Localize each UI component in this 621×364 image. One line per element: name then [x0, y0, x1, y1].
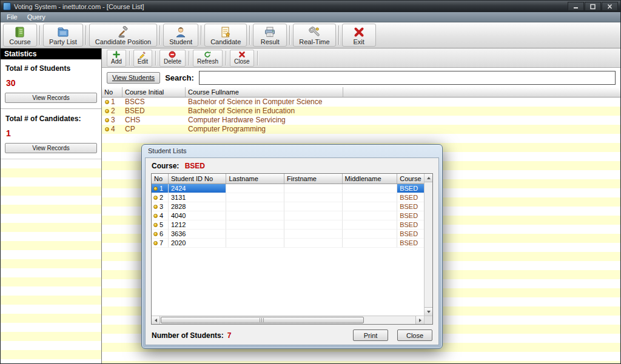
- arrow-left-icon: [155, 319, 157, 322]
- scroll-down-button[interactable]: [425, 307, 432, 316]
- column-header-course-fullname[interactable]: Course Fullname: [186, 87, 343, 97]
- minimize-icon: [572, 4, 579, 10]
- column-header-no[interactable]: No: [102, 87, 123, 97]
- actionbar-separator: [226, 51, 227, 65]
- toolbar-candidate-button[interactable]: Candidate: [204, 24, 247, 47]
- course-fullname: Bachelor of Science in Computer Science: [186, 98, 343, 107]
- student-row[interactable]: 6 3636 BSED: [152, 230, 424, 239]
- student-course: BSED: [397, 220, 424, 230]
- search-input[interactable]: [199, 71, 616, 85]
- course-initial: BSCS: [123, 98, 186, 107]
- toolbar-party-list-button[interactable]: Party List: [43, 24, 83, 47]
- column-header-lastname[interactable]: Lastname: [226, 174, 284, 184]
- student-firstname: [284, 184, 343, 193]
- candidate-icon: [220, 26, 232, 38]
- horizontal-scrollbar-thumb[interactable]: [161, 317, 364, 323]
- student-course: BSED: [397, 211, 424, 220]
- student-row[interactable]: 2 3131 BSED: [152, 193, 424, 202]
- toolbar-separator: [159, 25, 161, 45]
- actionbar-separator: [129, 51, 130, 65]
- menu-file[interactable]: File: [7, 13, 18, 21]
- student-row[interactable]: 4 4040 BSED: [152, 211, 424, 220]
- refresh-button[interactable]: Refresh: [193, 50, 223, 67]
- add-icon: [113, 51, 120, 58]
- student-lastname: [226, 193, 284, 202]
- edit-button[interactable]: Edit: [133, 50, 152, 67]
- dialog-title[interactable]: Student Lists: [142, 145, 442, 157]
- titlebar: Voting System - inettutor.com - [Course …: [1, 1, 620, 12]
- toolbar-separator: [39, 25, 41, 45]
- view-candidate-records-button[interactable]: View Records: [5, 143, 97, 153]
- scroll-left-button[interactable]: [152, 316, 160, 324]
- view-student-records-button[interactable]: View Records: [5, 93, 97, 103]
- toolbar-exit-button[interactable]: Exit: [342, 24, 376, 47]
- course-row[interactable]: 1 BSCS Bachelor of Science in Computer S…: [102, 98, 620, 107]
- toolbar-candidate-position-button[interactable]: Candidate Position: [89, 24, 157, 47]
- student-id: 3131: [169, 193, 227, 202]
- column-header-middlename[interactable]: Middlename: [343, 174, 398, 184]
- horizontal-scrollbar[interactable]: [152, 316, 424, 324]
- refresh-icon: [204, 51, 211, 58]
- menubar: File Query: [1, 12, 620, 22]
- student-id: 2020: [169, 239, 227, 248]
- delete-icon: [169, 51, 176, 58]
- total-candidates-count: 1: [1, 123, 101, 141]
- toolbar-button-label: Course: [9, 38, 30, 45]
- student-row[interactable]: 7 2020 BSED: [152, 239, 424, 248]
- student-row[interactable]: 1 2424 BSED: [152, 184, 424, 193]
- column-header-firstname[interactable]: Firstname: [284, 174, 343, 184]
- row-bullet-icon: [153, 187, 158, 191]
- column-header-course[interactable]: Course: [397, 174, 424, 184]
- student-no: 6: [159, 230, 163, 239]
- course-initial: BSED: [123, 107, 186, 116]
- column-header-blank: [343, 87, 620, 97]
- toolbar-separator: [249, 25, 250, 45]
- course-row[interactable]: 3 CHS Computer Hardware Servicing: [102, 116, 620, 125]
- column-header-student-id[interactable]: Student ID No: [169, 174, 227, 184]
- result-icon: [264, 26, 276, 38]
- print-button[interactable]: Print: [353, 329, 388, 341]
- student-table-empty-area: [152, 248, 424, 316]
- vertical-scrollbar[interactable]: [424, 174, 432, 324]
- course-no: 3: [111, 116, 115, 125]
- student-firstname: [284, 239, 343, 248]
- student-middlename: [343, 193, 398, 202]
- dialog-close-button[interactable]: Close: [397, 329, 432, 341]
- course-row[interactable]: 2 BSED Bachelor of Science in Education: [102, 107, 620, 116]
- column-header-course-initial[interactable]: Course Initial: [123, 87, 186, 97]
- student-row[interactable]: 3 2828 BSED: [152, 202, 424, 211]
- scroll-right-button[interactable]: [415, 316, 424, 324]
- view-students-button[interactable]: View Students: [107, 72, 160, 84]
- toolbar-real-time-button[interactable]: Real-Time: [293, 24, 335, 47]
- student-lastname: [226, 202, 284, 211]
- close-button[interactable]: [602, 2, 618, 11]
- student-id: 4040: [169, 211, 227, 220]
- sidebar-striped-filler: [1, 159, 101, 363]
- menu-query[interactable]: Query: [27, 13, 45, 21]
- minimize-button[interactable]: [568, 2, 584, 11]
- toolbar-button-label: Candidate Position: [95, 38, 151, 45]
- edit-icon: [139, 51, 146, 58]
- student-lastname: [226, 230, 284, 239]
- maximize-button[interactable]: [585, 2, 601, 11]
- toolbar-course-button[interactable]: Course: [3, 24, 37, 47]
- total-students-count: 30: [1, 73, 101, 91]
- course-label: Course:: [152, 162, 179, 170]
- total-candidates-label: Total # of Candidates:: [1, 110, 101, 123]
- close-list-button[interactable]: Close: [230, 50, 254, 67]
- scroll-up-button[interactable]: [425, 174, 432, 182]
- column-header-no[interactable]: No: [152, 174, 169, 184]
- course-table-header: No Course Initial Course Fullname: [102, 87, 620, 98]
- vertical-scrollbar-track[interactable]: [425, 182, 432, 307]
- course-fullname: Computer Programming: [186, 125, 343, 134]
- toolbar-result-button[interactable]: Result: [253, 24, 287, 47]
- row-bullet-icon: [153, 205, 158, 209]
- action-button-label: Refresh: [197, 58, 218, 65]
- student-middlename: [343, 202, 398, 211]
- window-controls: [568, 2, 618, 11]
- course-row[interactable]: 4 CP Computer Programming: [102, 125, 620, 134]
- delete-button[interactable]: Delete: [159, 50, 186, 67]
- add-button[interactable]: Add: [107, 50, 126, 67]
- toolbar-student-button[interactable]: Student: [163, 24, 198, 47]
- student-row[interactable]: 5 1212 BSED: [152, 220, 424, 230]
